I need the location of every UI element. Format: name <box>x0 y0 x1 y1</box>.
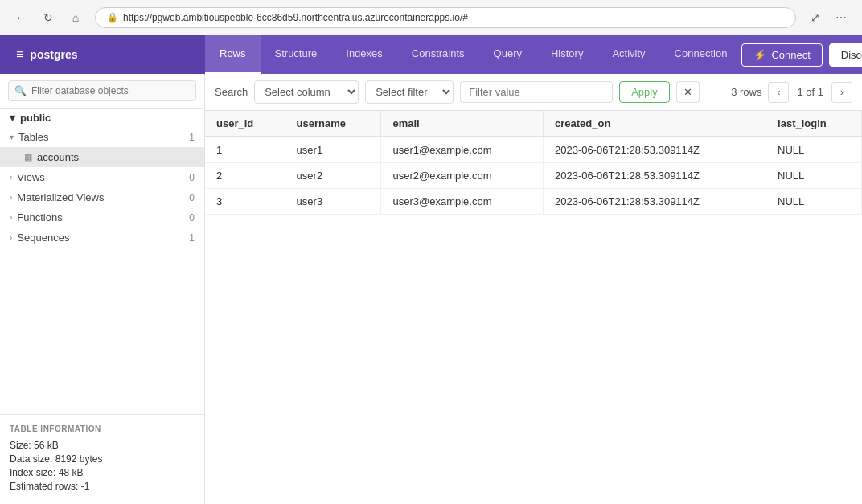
tables-label: Tables <box>18 131 49 143</box>
header-row: user_id username email created_on last_l… <box>205 111 862 137</box>
schema-label: ▾ public <box>0 109 204 127</box>
table-row: 1 user1 user1@example.com 2023-06-06T21:… <box>205 137 862 163</box>
functions-count: 0 <box>189 212 195 223</box>
table-name-accounts: accounts <box>37 151 79 163</box>
mat-views-label: Materialized Views <box>17 191 104 203</box>
table-info-title: TABLE INFORMATION <box>10 424 195 433</box>
menu-button[interactable]: ⋯ <box>830 6 852 29</box>
app-logo: ≡ postgres <box>0 35 205 74</box>
cell-last-login: NULL <box>766 163 862 189</box>
chevron-right-icon-3: › <box>10 213 12 222</box>
nav-tabs: Rows Structure Indexes Constraints Query… <box>205 35 741 74</box>
chevron-right-icon-4: › <box>10 233 12 242</box>
col-username: username <box>285 111 381 137</box>
content-area: Search Select column Select filter Apply… <box>205 74 862 504</box>
chevron-right-icon-2: › <box>10 193 12 202</box>
page-info: 1 of 1 <box>792 86 828 98</box>
collapse-icon: ▾ <box>10 112 15 124</box>
sidebar-group-sequences[interactable]: › Sequences 1 <box>0 227 204 248</box>
filter-input[interactable] <box>8 80 196 101</box>
tab-activity[interactable]: Activity <box>597 35 659 74</box>
views-label: Views <box>17 171 44 183</box>
cell-last-login: NULL <box>766 189 862 215</box>
address-bar[interactable]: 🔒 https://pgweb.ambitiouspebble-6cc86d59… <box>95 7 796 28</box>
functions-label: Functions <box>17 211 62 223</box>
col-user-id: user_id <box>205 111 285 137</box>
cell-user-id: 1 <box>205 137 285 163</box>
chevron-right-icon: › <box>10 173 12 182</box>
table-row: 3 user3 user3@example.com 2023-06-06T21:… <box>205 189 862 215</box>
estimated-rows-row: Estimated rows: -1 <box>10 481 195 492</box>
home-button[interactable]: ⌂ <box>64 6 87 29</box>
rows-count: 3 rows <box>731 86 761 98</box>
apply-button[interactable]: Apply <box>619 81 670 103</box>
disconnect-button[interactable]: Disconnect <box>829 43 862 67</box>
sequences-header[interactable]: › Sequences 1 <box>0 227 204 248</box>
tab-constraints[interactable]: Constraints <box>397 35 479 74</box>
cell-email: user1@example.com <box>381 137 544 163</box>
main-body: 🔍 ▾ public ▾ Tables 1 ▦ <box>0 74 862 504</box>
tab-query[interactable]: Query <box>479 35 536 74</box>
clear-button[interactable]: ✕ <box>676 81 700 103</box>
filter-value-input[interactable] <box>460 81 613 103</box>
table-icon: ▦ <box>24 152 32 162</box>
tables-header[interactable]: ▾ Tables 1 <box>0 127 204 147</box>
lock-icon: 🔒 <box>107 12 118 23</box>
index-size-row: Index size: 48 kB <box>10 467 195 478</box>
schema-name: public <box>20 112 51 124</box>
connect-button[interactable]: ⚡ Connect <box>741 43 822 67</box>
sidebar-item-accounts[interactable]: ▦ accounts <box>0 147 204 167</box>
tab-indexes[interactable]: Indexes <box>331 35 397 74</box>
back-button[interactable]: ← <box>10 6 32 29</box>
col-last-login: last_login <box>766 111 862 137</box>
sequences-count: 1 <box>189 232 195 244</box>
tab-rows[interactable]: Rows <box>205 35 261 74</box>
column-select[interactable]: Select column <box>254 80 359 104</box>
filter-wrap: 🔍 <box>8 80 196 101</box>
sidebar-group-functions[interactable]: › Functions 0 <box>0 207 204 227</box>
top-nav: ≡ postgres Rows Structure Indexes Constr… <box>0 35 862 74</box>
sidebar: 🔍 ▾ public ▾ Tables 1 ▦ <box>0 74 205 504</box>
tab-history[interactable]: History <box>536 35 597 74</box>
views-header[interactable]: › Views 0 <box>0 167 204 187</box>
url-text: https://pgweb.ambitiouspebble-6cc86d59.n… <box>123 12 468 23</box>
views-count: 0 <box>189 172 195 183</box>
tab-structure[interactable]: Structure <box>261 35 332 74</box>
data-table: user_id username email created_on last_l… <box>205 111 862 215</box>
tables-count: 1 <box>189 132 195 143</box>
col-email: email <box>381 111 544 137</box>
cell-user-id: 3 <box>205 189 285 215</box>
filter-type-select[interactable]: Select filter <box>365 80 454 104</box>
next-page-button[interactable]: › <box>831 82 852 103</box>
tab-connection[interactable]: Connection <box>660 35 742 74</box>
sequences-label: Sequences <box>17 232 69 244</box>
pagination: ‹ 1 of 1 › <box>768 82 852 103</box>
browser-right-buttons: ⤢ ⋯ <box>804 6 852 29</box>
sidebar-group-mat-views[interactable]: › Materialized Views 0 <box>0 187 204 207</box>
col-created-on: created_on <box>544 111 766 137</box>
prev-page-button[interactable]: ‹ <box>768 82 789 103</box>
mat-views-count: 0 <box>189 192 195 203</box>
cell-email: user3@example.com <box>381 189 544 215</box>
sidebar-group-tables[interactable]: ▾ Tables 1 ▦ accounts <box>0 127 204 167</box>
cell-created-on: 2023-06-06T21:28:53.309114Z <box>544 189 766 215</box>
connect-label: Connect <box>771 49 810 61</box>
extensions-button[interactable]: ⤢ <box>804 6 827 29</box>
search-label: Search <box>215 86 248 98</box>
cell-email: user2@example.com <box>381 163 544 189</box>
menu-icon: ≡ <box>16 47 23 62</box>
cell-username: user3 <box>285 189 381 215</box>
size-row: Size: 56 kB <box>10 440 195 451</box>
functions-header[interactable]: › Functions 0 <box>0 207 204 227</box>
filter-bar: Search Select column Select filter Apply… <box>205 74 862 111</box>
cell-created-on: 2023-06-06T21:28:53.309114Z <box>544 163 766 189</box>
data-size-row: Data size: 8192 bytes <box>10 453 195 465</box>
app-container: ≡ postgres Rows Structure Indexes Constr… <box>0 35 862 504</box>
table-row: 2 user2 user2@example.com 2023-06-06T21:… <box>205 163 862 189</box>
table-info-panel: TABLE INFORMATION Size: 56 kB Data size:… <box>0 414 204 504</box>
data-table-wrap: user_id username email created_on last_l… <box>205 111 862 504</box>
connect-icon: ⚡ <box>753 49 766 61</box>
refresh-button[interactable]: ↻ <box>37 6 60 29</box>
mat-views-header[interactable]: › Materialized Views 0 <box>0 187 204 207</box>
sidebar-group-views[interactable]: › Views 0 <box>0 167 204 187</box>
